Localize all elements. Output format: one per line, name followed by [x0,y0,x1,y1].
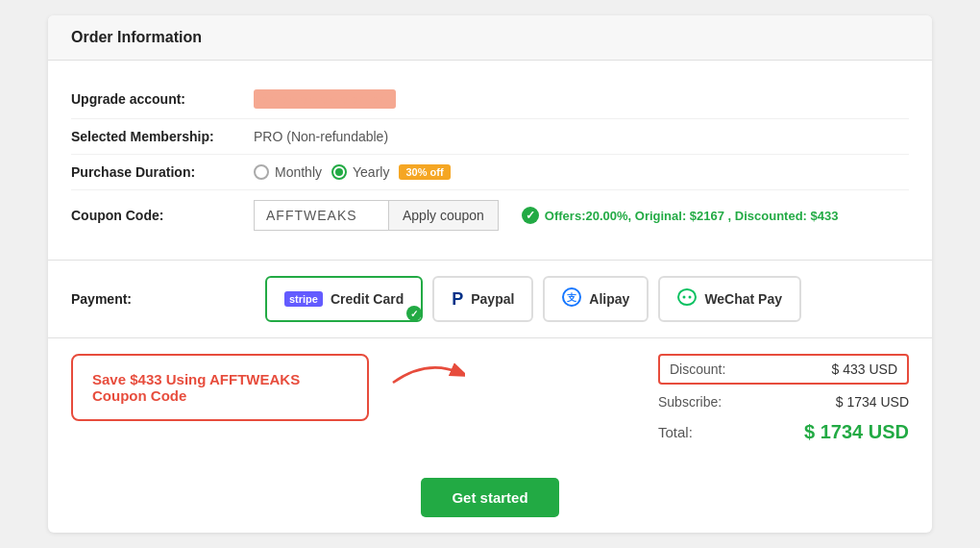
yearly-label: Yearly [353,164,389,180]
discount-value: $ 433 USD [832,361,897,377]
apply-coupon-button[interactable]: Apply coupon [388,200,499,231]
discount-label: Discount: [670,361,725,377]
credit-card-label: Credit Card [331,291,404,307]
monthly-label: Monthly [275,164,322,180]
membership-label: Selected Membership: [71,129,254,144]
upgrade-row: Upgrade account: ●●●●●●●●●●●●● [71,80,909,119]
membership-row: Selected Membership: PRO (Non-refundable… [71,119,909,155]
alipay-button[interactable]: 支 Alipay [543,276,649,322]
card-body: Upgrade account: ●●●●●●●●●●●●● Selected … [48,61,932,260]
bottom-section: Save $433 Using AFFTWEAKS Coupon Code Di… [48,338,932,468]
monthly-radio[interactable] [254,164,269,180]
duration-options: Monthly Yearly 30% off [254,164,451,180]
coupon-value-area: Apply coupon ✓ Offers:20.00%, Original: … [254,200,838,231]
wechat-label: WeChat Pay [704,291,782,307]
yearly-option[interactable]: Yearly [331,164,389,180]
payment-label: Payment: [71,291,254,307]
subscribe-label: Subscribe: [658,394,722,410]
credit-card-button[interactable]: stripe Credit Card ✓ [265,276,423,322]
duration-label: Purchase Duration: [71,164,254,180]
monthly-option[interactable]: Monthly [254,164,322,180]
coupon-label: Coupon Code: [71,208,254,223]
btn-area: Get started [48,478,932,533]
stripe-badge: stripe [284,291,323,307]
yearly-radio[interactable] [331,164,347,180]
coupon-input-group: Apply coupon [254,200,499,231]
upgrade-redacted: ●●●●●●●●●●●●● [254,89,396,109]
payment-row: Payment: stripe Credit Card ✓ P Paypal [71,276,909,322]
svg-text:支: 支 [566,292,577,303]
coupon-row: Coupon Code: Apply coupon ✓ Offers:20.00… [71,190,909,240]
total-label: Total: [658,424,693,440]
savings-text: Save $433 Using AFFTWEAKS Coupon Code [92,371,300,404]
payment-section: Payment: stripe Credit Card ✓ P Paypal [48,261,932,338]
svg-point-3 [683,296,686,299]
savings-callout: Save $433 Using AFFTWEAKS Coupon Code [71,354,369,421]
alipay-icon: 支 [562,287,581,311]
card-title: Order Information [71,29,909,46]
price-summary: Discount: $ 433 USD Subscribe: $ 1734 US… [658,354,909,449]
paypal-icon: P [452,289,463,310]
order-card: Order Information Upgrade account: ●●●●●… [48,15,932,533]
subscribe-value: $ 1734 USD [836,394,909,410]
card-header: Order Information [48,15,932,61]
credit-card-check: ✓ [406,306,422,321]
paypal-label: Paypal [471,291,514,307]
total-value: $ 1734 USD [804,421,909,443]
wechat-icon [677,287,697,311]
svg-point-4 [689,296,692,299]
coupon-success-text: Offers:20.00%, Original: $2167 , Discoun… [545,209,839,223]
upgrade-label: Upgrade account: [71,91,254,107]
duration-row: Purchase Duration: Monthly Yearly 30% of… [71,155,909,190]
get-started-button[interactable]: Get started [421,478,558,517]
discount-row: Discount: $ 433 USD [658,354,909,385]
payment-options: stripe Credit Card ✓ P Paypal 支 [265,276,801,322]
svg-point-2 [678,289,696,305]
total-row: Total: $ 1734 USD [658,415,909,449]
arrow-icon [388,354,465,392]
membership-value: PRO (Non-refundable) [254,129,388,144]
discount-badge: 30% off [399,164,450,180]
paypal-button[interactable]: P Paypal [432,276,533,322]
coupon-success-message: ✓ Offers:20.00%, Original: $2167 , Disco… [522,207,839,224]
coupon-input[interactable] [254,200,388,231]
wechat-button[interactable]: WeChat Pay [658,276,801,322]
arrow-area [388,354,639,392]
upgrade-value: ●●●●●●●●●●●●● [254,89,396,109]
check-icon: ✓ [522,207,539,224]
subscribe-row: Subscribe: $ 1734 USD [658,388,909,415]
alipay-label: Alipay [589,291,629,307]
